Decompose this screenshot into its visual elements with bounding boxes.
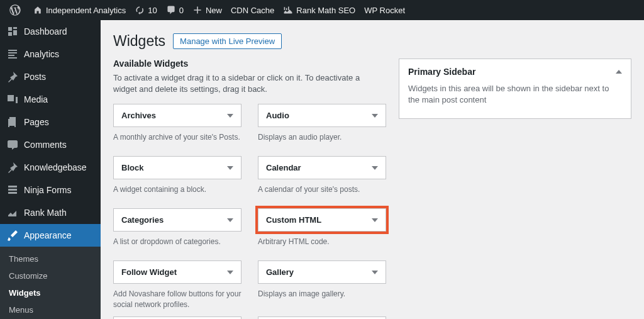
widget-cell-calendar: CalendarA calendar of your site's posts.: [258, 156, 386, 202]
widget-cell-custom-html: Custom HTMLArbitrary HTML code.: [258, 208, 386, 254]
sidebar-item-knowledgebase[interactable]: Knowledgebase: [0, 156, 101, 179]
page-title: Widgets: [113, 33, 165, 50]
sidebar-item-appearance[interactable]: Appearance: [0, 224, 101, 247]
chevron-down-icon: [227, 218, 233, 222]
widget-cell-block: BlockA widget containing a block.: [113, 156, 242, 202]
widget-desc: A widget containing a block.: [113, 184, 242, 202]
sidebar-item-pages[interactable]: Pages: [0, 111, 101, 133]
sidebar-item-media[interactable]: Media: [0, 88, 101, 111]
widget-cell-follow-widget: Follow WidgetAdd Novashare follow button…: [113, 260, 242, 310]
sidebar-item-label: Posts: [24, 72, 46, 82]
primary-sidebar-title: Primary Sidebar: [408, 67, 475, 77]
widget-name: Gallery: [266, 267, 294, 277]
widget-desc: Displays an image gallery.: [258, 289, 386, 306]
comments-count: 0: [179, 6, 184, 15]
sidebar-item-dashboard[interactable]: Dashboard: [0, 20, 101, 43]
updates-count: 10: [148, 6, 157, 15]
widget-box-meta[interactable]: Meta: [258, 316, 386, 319]
rank-icon: [6, 206, 19, 219]
chevron-down-icon: [227, 271, 233, 274]
sidebar-item-rank-math[interactable]: Rank Math: [0, 201, 101, 224]
chevron-down-icon: [227, 114, 233, 118]
sidebar-item-label: Pages: [24, 117, 49, 127]
sidebar-item-label: Dashboard: [24, 26, 67, 36]
main-content: Widgets Manage with Live Preview Availab…: [101, 20, 644, 319]
widget-box-custom-html[interactable]: Custom HTML: [258, 208, 386, 232]
sidebar-item-label: Rank Math: [24, 208, 67, 218]
primary-sidebar-desc: Widgets in this area will be shown in th…: [408, 83, 622, 106]
widget-name: Block: [121, 163, 143, 172]
sidebar-item-comments[interactable]: Comments: [0, 133, 101, 156]
pin-icon: [6, 70, 19, 83]
pin-icon: [6, 161, 19, 174]
widget-cell-image: Image: [113, 316, 242, 319]
media-icon: [6, 93, 19, 106]
widget-cell-meta: Meta: [258, 316, 386, 319]
page-heading-row: Widgets Manage with Live Preview: [113, 33, 631, 50]
adminbar-item-2[interactable]: WP Rocket: [360, 0, 409, 20]
site-name-label: Independent Analytics: [46, 6, 126, 15]
chevron-down-icon: [372, 271, 378, 274]
adminbar-item-0[interactable]: CDN Cache: [226, 0, 279, 20]
analytics-icon: [6, 48, 19, 60]
submenu-item-menus[interactable]: Menus: [0, 301, 101, 318]
comment-icon: [6, 138, 19, 151]
widget-box-block[interactable]: Block: [113, 156, 242, 179]
sidebar-item-posts[interactable]: Posts: [0, 65, 101, 88]
available-widgets-title: Available Widgets: [113, 59, 386, 69]
widget-box-calendar[interactable]: Calendar: [258, 156, 386, 179]
adminbar-item-1[interactable]: Rank Math SEO: [279, 0, 360, 20]
sidebar-item-label: Comments: [24, 140, 67, 150]
site-link[interactable]: Independent Analytics: [28, 0, 130, 20]
main-container: DashboardAnalyticsPostsMediaPagesComment…: [0, 20, 644, 319]
widget-cell-archives: ArchivesA monthly archive of your site's…: [113, 104, 242, 150]
chevron-up-icon: [616, 70, 622, 74]
widgets-columns: Available Widgets To activate a widget d…: [113, 59, 631, 319]
forms-icon: [6, 184, 19, 196]
sidebar-item-label: Knowledgebase: [24, 162, 87, 172]
widget-name: Categories: [121, 215, 164, 225]
widget-desc: Arbitrary HTML code.: [258, 237, 386, 254]
chevron-down-icon: [372, 166, 378, 170]
widget-cell-gallery: GalleryDisplays an image gallery.: [258, 260, 386, 310]
widget-name: Follow Widget: [121, 267, 177, 277]
sidebar-item-label: Media: [24, 94, 48, 104]
updates-link[interactable]: 10: [130, 0, 161, 20]
widget-desc: A calendar of your site's posts.: [258, 184, 386, 202]
submenu-item-themes[interactable]: Themes: [0, 250, 101, 267]
new-link[interactable]: New: [188, 0, 226, 20]
available-widgets-column: Available Widgets To activate a widget d…: [113, 59, 386, 319]
wp-logo[interactable]: [5, 0, 28, 20]
admin-sidebar: DashboardAnalyticsPostsMediaPagesComment…: [0, 20, 101, 319]
widget-name: Calendar: [266, 163, 301, 172]
brush-icon: [6, 229, 19, 242]
widget-box-follow-widget[interactable]: Follow Widget: [113, 260, 242, 284]
new-label: New: [206, 6, 222, 15]
admin-toolbar: Independent Analytics 10 0 New CDN Cache…: [0, 0, 644, 20]
live-preview-button[interactable]: Manage with Live Preview: [173, 33, 282, 49]
widget-grid: ArchivesA monthly archive of your site's…: [113, 104, 386, 319]
widget-desc: Add Novashare follow buttons for your so…: [113, 289, 242, 310]
primary-sidebar-area[interactable]: Primary Sidebar Widgets in this area wil…: [399, 59, 631, 119]
widget-box-gallery[interactable]: Gallery: [258, 260, 386, 284]
widget-cell-categories: CategoriesA list or dropdown of categori…: [113, 208, 242, 254]
primary-sidebar-header[interactable]: Primary Sidebar: [408, 67, 622, 77]
sidebar-item-label: Analytics: [24, 49, 59, 59]
submenu-item-widgets[interactable]: Widgets: [0, 284, 101, 301]
comments-link[interactable]: 0: [162, 0, 188, 20]
widget-cell-audio: AudioDisplays an audio player.: [258, 104, 386, 150]
widget-name: Custom HTML: [266, 215, 321, 225]
widget-desc: Displays an audio player.: [258, 132, 386, 150]
submenu-item-customize[interactable]: Customize: [0, 267, 101, 284]
sidebar-item-ninja-forms[interactable]: Ninja Forms: [0, 179, 101, 201]
widget-box-categories[interactable]: Categories: [113, 208, 242, 232]
appearance-submenu: ThemesCustomizeWidgetsMenusTheme EditorS…: [0, 247, 101, 319]
sidebar-item-analytics[interactable]: Analytics: [0, 43, 101, 65]
widget-box-image[interactable]: Image: [113, 316, 242, 319]
page-icon: [6, 116, 19, 128]
widget-box-archives[interactable]: Archives: [113, 104, 242, 127]
sidebar-drop-column: Primary Sidebar Widgets in this area wil…: [399, 59, 631, 319]
widget-box-audio[interactable]: Audio: [258, 104, 386, 127]
chevron-down-icon: [372, 218, 378, 222]
widget-desc: A list or dropdown of categories.: [113, 237, 242, 254]
